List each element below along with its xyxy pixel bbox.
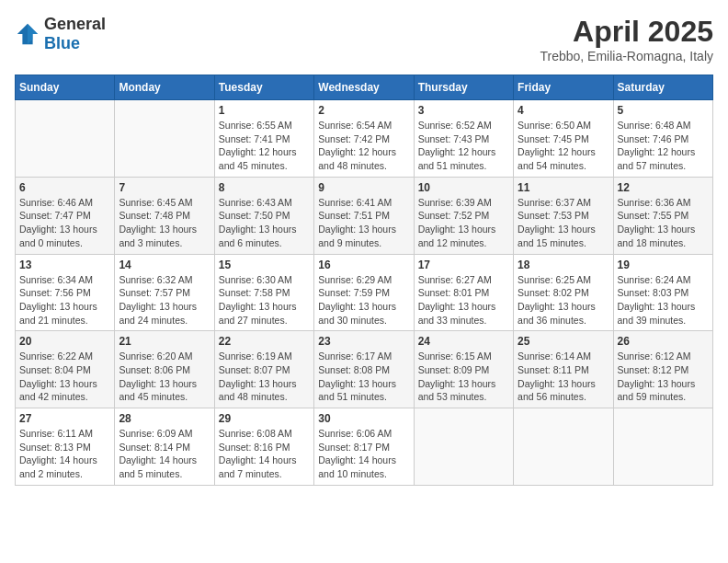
day-info: Sunrise: 6:54 AMSunset: 7:42 PMDaylight:… [318,119,409,173]
day-info: Sunrise: 6:12 AMSunset: 8:12 PMDaylight:… [618,350,709,404]
calendar-week-4: 20Sunrise: 6:22 AMSunset: 8:04 PMDayligh… [16,331,713,408]
calendar-cell: 18Sunrise: 6:25 AMSunset: 8:02 PMDayligh… [514,254,613,331]
day-info: Sunrise: 6:19 AMSunset: 8:07 PMDaylight:… [219,350,310,404]
day-info: Sunrise: 6:14 AMSunset: 8:11 PMDaylight:… [518,350,609,404]
day-info: Sunrise: 6:41 AMSunset: 7:51 PMDaylight:… [318,196,409,250]
day-info: Sunrise: 6:06 AMSunset: 8:17 PMDaylight:… [318,427,409,481]
calendar-cell: 5Sunrise: 6:48 AMSunset: 7:46 PMDaylight… [613,100,712,178]
day-info: Sunrise: 6:30 AMSunset: 7:58 PMDaylight:… [219,273,310,327]
day-number: 25 [518,335,609,348]
day-info: Sunrise: 6:20 AMSunset: 8:06 PMDaylight:… [119,350,210,404]
day-number: 7 [119,181,210,194]
day-number: 9 [318,181,409,194]
day-info: Sunrise: 6:08 AMSunset: 8:16 PMDaylight:… [219,427,310,481]
day-info: Sunrise: 6:55 AMSunset: 7:41 PMDaylight:… [219,119,310,173]
calendar-body: 1Sunrise: 6:55 AMSunset: 7:41 PMDaylight… [16,100,713,486]
day-info: Sunrise: 6:34 AMSunset: 7:56 PMDaylight:… [19,273,110,327]
location: Trebbo, Emilia-Romagna, Italy [540,49,713,63]
day-info: Sunrise: 6:32 AMSunset: 7:57 PMDaylight:… [119,273,210,327]
day-info: Sunrise: 6:43 AMSunset: 7:50 PMDaylight:… [219,196,310,250]
day-number: 3 [418,104,509,117]
calendar-cell: 21Sunrise: 6:20 AMSunset: 8:06 PMDayligh… [115,331,214,408]
weekday-header-sunday: Sunday [16,75,115,100]
calendar-table: SundayMondayTuesdayWednesdayThursdayFrid… [15,75,713,486]
weekday-header-thursday: Thursday [414,75,513,100]
calendar-cell: 30Sunrise: 6:06 AMSunset: 8:17 PMDayligh… [314,408,414,486]
day-number: 10 [418,181,509,194]
weekday-header-tuesday: Tuesday [214,75,313,100]
calendar-week-1: 1Sunrise: 6:55 AMSunset: 7:41 PMDaylight… [16,100,713,178]
calendar-cell: 7Sunrise: 6:45 AMSunset: 7:48 PMDaylight… [115,177,214,254]
logo: General Blue [15,15,106,53]
day-number: 30 [318,412,409,425]
calendar-cell: 6Sunrise: 6:46 AMSunset: 7:47 PMDaylight… [16,177,115,254]
calendar-header: SundayMondayTuesdayWednesdayThursdayFrid… [16,75,713,100]
day-number: 27 [19,412,110,425]
day-info: Sunrise: 6:50 AMSunset: 7:45 PMDaylight:… [518,119,609,173]
day-number: 5 [618,104,709,117]
calendar-cell: 19Sunrise: 6:24 AMSunset: 8:03 PMDayligh… [613,254,712,331]
day-number: 24 [418,335,509,348]
day-info: Sunrise: 6:37 AMSunset: 7:53 PMDaylight:… [518,196,609,250]
calendar-cell: 20Sunrise: 6:22 AMSunset: 8:04 PMDayligh… [16,331,115,408]
calendar-cell: 28Sunrise: 6:09 AMSunset: 8:14 PMDayligh… [115,408,214,486]
day-info: Sunrise: 6:15 AMSunset: 8:09 PMDaylight:… [418,350,509,404]
calendar-cell: 8Sunrise: 6:43 AMSunset: 7:50 PMDaylight… [214,177,313,254]
calendar-cell [613,408,712,486]
calendar-cell: 11Sunrise: 6:37 AMSunset: 7:53 PMDayligh… [514,177,613,254]
day-number: 13 [19,259,110,271]
calendar-cell: 16Sunrise: 6:29 AMSunset: 7:59 PMDayligh… [314,254,414,331]
weekday-header-saturday: Saturday [613,75,712,100]
calendar-cell [16,100,115,178]
day-info: Sunrise: 6:39 AMSunset: 7:52 PMDaylight:… [418,196,509,250]
calendar-cell: 3Sunrise: 6:52 AMSunset: 7:43 PMDaylight… [414,100,513,178]
weekday-header-friday: Friday [514,75,613,100]
calendar-cell: 22Sunrise: 6:19 AMSunset: 8:07 PMDayligh… [214,331,313,408]
day-info: Sunrise: 6:48 AMSunset: 7:46 PMDaylight:… [618,119,709,173]
logo-text-general: General [44,15,106,33]
calendar-cell [115,100,214,178]
day-number: 2 [318,104,409,117]
day-number: 23 [318,335,409,348]
day-number: 19 [618,259,709,271]
calendar-cell: 24Sunrise: 6:15 AMSunset: 8:09 PMDayligh… [414,331,513,408]
day-number: 21 [119,335,210,348]
day-number: 11 [518,181,609,194]
day-number: 17 [418,259,509,271]
calendar-cell: 9Sunrise: 6:41 AMSunset: 7:51 PMDaylight… [314,177,414,254]
day-info: Sunrise: 6:11 AMSunset: 8:13 PMDaylight:… [19,427,110,481]
day-number: 1 [219,104,310,117]
day-info: Sunrise: 6:25 AMSunset: 8:02 PMDaylight:… [518,273,609,327]
calendar-cell: 12Sunrise: 6:36 AMSunset: 7:55 PMDayligh… [613,177,712,254]
weekday-header-monday: Monday [115,75,214,100]
calendar-cell: 15Sunrise: 6:30 AMSunset: 7:58 PMDayligh… [214,254,313,331]
logo-icon [15,21,40,47]
calendar-cell: 14Sunrise: 6:32 AMSunset: 7:57 PMDayligh… [115,254,214,331]
day-number: 29 [219,412,310,425]
title-block: April 2025 Trebbo, Emilia-Romagna, Italy [540,15,713,63]
weekday-row: SundayMondayTuesdayWednesdayThursdayFrid… [16,75,713,100]
day-info: Sunrise: 6:45 AMSunset: 7:48 PMDaylight:… [119,196,210,250]
month-title: April 2025 [540,15,713,49]
day-number: 8 [219,181,310,194]
calendar-cell: 27Sunrise: 6:11 AMSunset: 8:13 PMDayligh… [16,408,115,486]
calendar-cell: 17Sunrise: 6:27 AMSunset: 8:01 PMDayligh… [414,254,513,331]
page-header: General Blue April 2025 Trebbo, Emilia-R… [15,15,713,63]
day-number: 16 [318,259,409,271]
calendar-cell: 4Sunrise: 6:50 AMSunset: 7:45 PMDaylight… [514,100,613,178]
day-info: Sunrise: 6:52 AMSunset: 7:43 PMDaylight:… [418,119,509,173]
day-number: 18 [518,259,609,271]
calendar-cell: 29Sunrise: 6:08 AMSunset: 8:16 PMDayligh… [214,408,313,486]
calendar-cell: 25Sunrise: 6:14 AMSunset: 8:11 PMDayligh… [514,331,613,408]
calendar-cell [414,408,513,486]
day-number: 15 [219,259,310,271]
calendar-cell: 26Sunrise: 6:12 AMSunset: 8:12 PMDayligh… [613,331,712,408]
weekday-header-wednesday: Wednesday [314,75,414,100]
calendar-cell: 13Sunrise: 6:34 AMSunset: 7:56 PMDayligh… [16,254,115,331]
day-number: 22 [219,335,310,348]
calendar-week-5: 27Sunrise: 6:11 AMSunset: 8:13 PMDayligh… [16,408,713,486]
day-info: Sunrise: 6:09 AMSunset: 8:14 PMDaylight:… [119,427,210,481]
day-number: 26 [618,335,709,348]
day-info: Sunrise: 6:22 AMSunset: 8:04 PMDaylight:… [19,350,110,404]
day-number: 6 [19,181,110,194]
